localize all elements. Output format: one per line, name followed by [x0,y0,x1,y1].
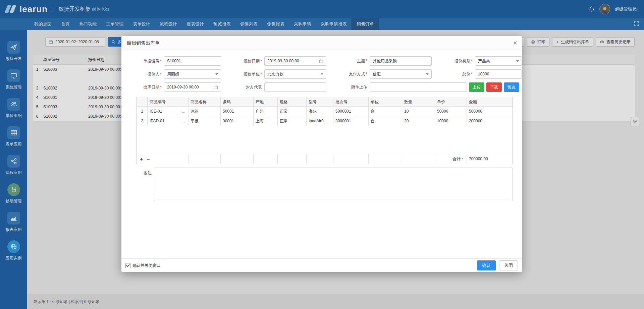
grid-row[interactable]: 2 IPAD-01… 平板 30001 上海 正常 IpadAir9 30000… [137,116,513,126]
chevron-down-icon [516,60,519,62]
remark-textarea[interactable] [154,168,513,201]
required-mark: * [160,72,162,76]
out-date-input[interactable]: 2019-09-30 00:00 [164,82,221,92]
chevron-down-icon [215,73,218,75]
field-quote-unit: 报价单位* 北京力软 [230,69,326,79]
dialog-footer: 确认并关闭窗口 确认 关闭 [121,258,522,272]
edit-outbound-dialog: 编辑销售出库单 × 单据编号* S10001 报价日期* 2019-09-30 … [121,36,522,272]
row-detail-button[interactable]: … [181,116,186,126]
field-total-price: 总价* 10000 [440,69,522,79]
confirm-close-option[interactable]: 确认并关闭窗口 [125,263,161,268]
field-quoter: 报价人* 周丽娟 [129,69,221,79]
quote-unit-select[interactable]: 北京力软 [264,69,326,79]
attachment-input[interactable] [370,82,467,92]
quote-type-select[interactable]: 产品类 [475,56,522,66]
confirm-button[interactable]: 确认 [477,260,496,270]
required-mark: * [160,85,162,89]
remove-row-button[interactable]: − [147,157,150,162]
total-label: 合计： [435,154,467,164]
total-price-input[interactable]: 10000 [475,69,522,79]
required-mark: * [366,59,367,63]
checkbox-label: 确认并关闭窗口 [132,263,161,268]
preview-button[interactable]: 预览 [504,82,519,92]
screen: learun | 敏捷开发框架 [简体中文] 超级管理员 我的桌面 首页 热门功… [0,0,644,309]
total-value: 700000.00 [467,154,513,164]
required-mark: * [471,72,473,76]
add-row-button[interactable]: + [140,157,143,162]
field-subject: 主题* 其他用品采购 [335,56,432,66]
field-out-date: 出库日期* 2019-09-30 00:00 [129,82,221,92]
chevron-down-icon [426,73,429,75]
field-bill-no: 单据编号* S10001 [129,56,221,66]
field-attachment: 附件上传 上传 下载 预览 [335,82,519,92]
close-button[interactable]: 关闭 [499,260,518,270]
calendar-icon [319,59,323,63]
required-mark: * [471,59,473,63]
dialog-header: 编辑销售出库单 × [121,36,522,50]
field-pay-type: 支付方式* 信汇 [335,69,432,79]
field-counterpart: 对方代表 [230,82,326,92]
required-mark: * [260,59,262,63]
counterpart-input[interactable] [264,82,326,92]
checkbox[interactable] [125,263,130,268]
quote-date-input[interactable]: 2019-09-30 00:00 [264,56,326,66]
required-mark: * [366,72,367,76]
calendar-icon [214,85,218,89]
required-mark: * [160,59,162,63]
grid-row[interactable]: 1 ICE-01… 冰箱 50001 广州 正常 海尔 5000001 台 10… [137,107,513,116]
quoter-select[interactable]: 周丽娟 [164,69,221,79]
product-grid: 商品编号 商品名称 条码 产地 规格 型号 批次号 单位 数量 单价 金额 1 … [137,97,513,164]
download-button[interactable]: 下载 [486,82,502,92]
upload-button[interactable]: 上传 [469,82,484,92]
subject-input[interactable]: 其他用品采购 [370,56,432,66]
grid-footer-row: + − 合计： 700000.00 [137,154,513,164]
field-quote-type: 报价类别* 产品类 [440,56,522,66]
chevron-down-icon [321,73,323,75]
close-icon[interactable]: × [513,36,517,50]
dialog-body: 单据编号* S10001 报价日期* 2019-09-30 00:00 主题* … [121,50,522,258]
field-quote-date: 报价日期* 2019-09-30 00:00 [230,56,326,66]
required-mark: * [260,72,262,76]
pay-type-select[interactable]: 信汇 [370,69,432,79]
bill-no-input[interactable]: S10001 [164,56,221,66]
dialog-title: 编辑销售出库单 [127,40,160,46]
remark-label: 备注 [135,170,152,176]
grid-header-row: 商品编号 商品名称 条码 产地 规格 型号 批次号 单位 数量 单价 金额 [137,97,513,107]
grid-empty-area [137,126,513,154]
row-detail-button[interactable]: … [181,107,186,116]
